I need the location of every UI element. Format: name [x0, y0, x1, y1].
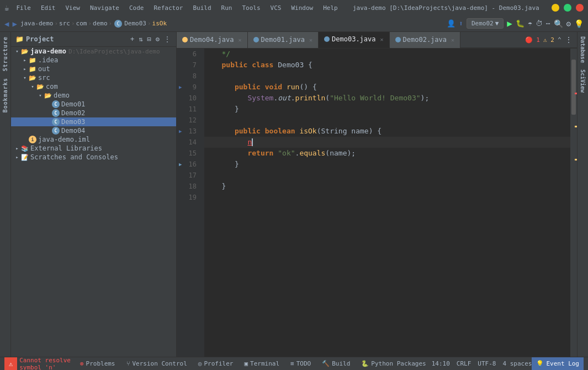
sidebar-collapse-icon[interactable]: ⊟	[146, 34, 152, 44]
structure-icon[interactable]: Structure	[1, 34, 9, 73]
code-line-19	[204, 192, 570, 203]
title-bar: ☕ File Edit View Navigate Code Refactor …	[0, 0, 588, 15]
menu-file[interactable]: File	[13, 3, 34, 13]
project-folder-icon: 📂	[21, 48, 29, 55]
tree-item-src[interactable]: ▾ 📂 src	[11, 73, 176, 82]
code-content[interactable]: */ public class Demo03 { public void run…	[204, 49, 570, 357]
menu-window[interactable]: Window	[288, 3, 316, 13]
breadcrumb-com[interactable]: com	[76, 20, 87, 27]
status-tab-build[interactable]: 🔨 Build	[316, 357, 356, 371]
run-button[interactable]: ▶	[507, 18, 512, 29]
menu-vcs[interactable]: VCS	[268, 3, 284, 13]
tree-item-out[interactable]: ▸ 📁 out	[11, 65, 176, 73]
menu-code[interactable]: Code	[126, 3, 147, 13]
code-line-14: n	[204, 137, 570, 148]
tree-item-demo03[interactable]: C Demo03	[11, 117, 176, 126]
tab-demo02[interactable]: Demo02.java ✕	[390, 32, 461, 48]
minimize-button[interactable]	[552, 4, 559, 12]
gutter-19: 19	[177, 192, 200, 203]
breadcrumb-demo[interactable]: demo	[93, 20, 108, 27]
sidebar-add-icon[interactable]: +	[129, 34, 135, 44]
vcs-icon[interactable]: ⬆	[459, 19, 463, 28]
close-button[interactable]	[576, 4, 584, 12]
menu-navigate[interactable]: Navigate	[87, 3, 122, 13]
tree-item-com[interactable]: ▾ 📂 com	[11, 82, 176, 91]
search-icon[interactable]: 🔍	[554, 19, 563, 28]
status-tab-problems[interactable]: ⊗ Problems	[75, 357, 121, 371]
run-config-dropdown[interactable]: Demo02 ▼	[467, 18, 504, 29]
coverage-button[interactable]: ☂	[528, 19, 532, 28]
menu-view[interactable]: View	[62, 3, 83, 13]
tab-close-demo04[interactable]: ✕	[238, 37, 241, 43]
gutter-15: 15	[177, 148, 200, 159]
code-line-17	[204, 170, 570, 181]
debug-button[interactable]: 🐛	[516, 19, 525, 28]
gutter-6: 6	[177, 49, 200, 60]
event-log-button[interactable]: 💡 Event Log	[532, 357, 584, 371]
tab-demo01[interactable]: Demo01.java ✕	[248, 32, 319, 48]
status-tab-terminal[interactable]: ▣ Terminal	[239, 357, 285, 371]
menu-refactor[interactable]: Refactor	[151, 3, 186, 13]
tree-item-demo[interactable]: ▾ 📂 demo	[11, 91, 176, 100]
cursor-position[interactable]: 14:10	[432, 360, 450, 367]
menu-tools[interactable]: Tools	[239, 3, 263, 13]
gutter-11: 11	[177, 104, 200, 115]
tab-label-demo03: Demo03.java	[332, 35, 375, 43]
tab-demo03[interactable]: Demo03.java ✕	[319, 32, 390, 48]
account-icon[interactable]: 👤	[447, 19, 455, 28]
tree-item-iml[interactable]: i java-demo.iml	[11, 135, 176, 144]
tree-label-iml: java-demo.iml	[38, 136, 90, 143]
breadcrumb-src[interactable]: src	[59, 20, 70, 27]
code-editor[interactable]: 6 7 8 9 10 11 12 13 14 15 16 17 18 19 */	[177, 49, 577, 357]
tab-close-demo03[interactable]: ✕	[380, 36, 384, 42]
left-panel-icons: Structure Bookmarks	[0, 32, 11, 357]
tree-item-demo04[interactable]: C Demo04	[11, 126, 176, 135]
expand-icon[interactable]: ⌃	[558, 36, 561, 44]
menu-run[interactable]: Run	[219, 3, 235, 13]
sidebar-more-icon[interactable]: ⋮	[163, 34, 172, 44]
encoding[interactable]: UTF-8	[478, 360, 496, 367]
tab-settings-icon[interactable]: ⋮	[565, 35, 573, 44]
tree-item-demo02[interactable]: C Demo02	[11, 109, 176, 117]
maximize-button[interactable]	[564, 4, 571, 12]
tree-arrow: ▾	[13, 49, 21, 54]
text-cursor	[252, 138, 253, 146]
nav-icon-circle: C	[114, 20, 122, 28]
tree-item-ext-libs[interactable]: ▸ 📚 External Libraries	[11, 144, 176, 153]
help-icon[interactable]: 💡	[574, 19, 584, 28]
status-tab-vcs[interactable]: ⑂ Version Control	[121, 357, 193, 371]
tree-item-idea[interactable]: ▸ 📁 .idea	[11, 56, 176, 65]
bookmarks-icon[interactable]: Bookmarks	[1, 76, 9, 115]
tab-close-demo01[interactable]: ✕	[309, 37, 312, 43]
sqldeveloper-icon[interactable]: SciView	[579, 67, 587, 95]
tab-close-demo02[interactable]: ✕	[451, 37, 454, 43]
breadcrumb-method[interactable]: isOk	[152, 20, 167, 27]
indent[interactable]: 4 spaces	[502, 360, 532, 367]
menu-edit[interactable]: Edit	[38, 3, 59, 13]
menu-build[interactable]: Build	[190, 3, 214, 13]
editor-scrollbar[interactable]	[570, 49, 577, 357]
line-ending[interactable]: CRLF	[457, 360, 472, 367]
nav-more[interactable]: ⋯	[546, 19, 550, 28]
sidebar-settings-icon[interactable]: ⚙	[155, 34, 161, 44]
tree-item-demo01[interactable]: C Demo01	[11, 100, 176, 109]
profile-button[interactable]: ⏱	[536, 19, 543, 28]
status-tab-todo[interactable]: ≡ TODO	[285, 357, 316, 371]
status-tab-python[interactable]: 🐍 Python Packages	[356, 357, 431, 371]
settings-icon[interactable]: ⚙	[566, 19, 571, 28]
nav-back-icon[interactable]: ◀	[4, 19, 9, 28]
tree-item-scratches[interactable]: ▸ 📝 Scratches and Consoles	[11, 153, 176, 162]
sidebar-sort-icon[interactable]: ⇅	[137, 34, 144, 44]
breadcrumb-project[interactable]: java-demo	[20, 20, 54, 27]
database-icon[interactable]: Database	[579, 34, 587, 65]
breadcrumb-class[interactable]: Demo03	[124, 20, 146, 27]
gutter-12: 12	[177, 115, 200, 126]
tree-label-demo02: Demo02	[61, 109, 85, 117]
nav-forward-icon[interactable]: ▶	[12, 19, 17, 28]
menu-help[interactable]: Help	[320, 3, 341, 13]
status-tab-profiler[interactable]: ◎ Profiler	[193, 357, 239, 371]
tab-demo04[interactable]: Demo04.java ✕	[177, 32, 248, 48]
tree-label-idea: .idea	[38, 56, 58, 64]
code-padding	[204, 203, 570, 313]
tree-item-java-demo[interactable]: ▾ 📂 java-demo D:\IdeaProjects\java-demo	[11, 47, 176, 56]
